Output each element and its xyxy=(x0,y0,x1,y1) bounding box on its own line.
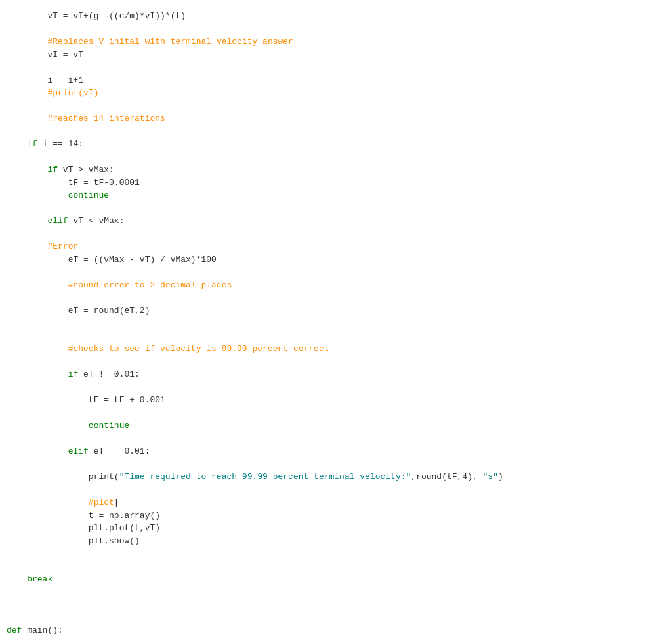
code-line: #reaches 14 interations xyxy=(0,112,672,125)
code-line xyxy=(0,125,672,138)
code-line xyxy=(0,586,672,599)
code-line xyxy=(0,612,672,625)
code-line xyxy=(0,547,672,560)
code-line: #plot|| xyxy=(0,496,672,509)
code-line: tF = tF + 0.001 xyxy=(0,394,672,407)
code-line xyxy=(0,61,672,74)
code-line xyxy=(0,100,672,113)
code-line: break xyxy=(0,573,672,586)
code-line: plt.show() xyxy=(0,535,672,548)
code-line xyxy=(0,599,672,612)
code-line: if vT > vMax: xyxy=(0,163,672,177)
code-line: t = np.array() xyxy=(0,509,672,522)
code-line: eT = ((vMax - vT) / vMax)*100 xyxy=(0,253,672,266)
code-line: elif eT == 0.01: xyxy=(0,445,672,458)
code-line: elif vT < vMax: xyxy=(0,215,672,228)
code-line: plt.plot(t,vT) xyxy=(0,522,672,535)
code-line: #Replaces V inital with terminal velocit… xyxy=(0,35,672,49)
code-line: print("Time required to reach 99.99 perc… xyxy=(0,471,672,484)
code-line: #print(vT) xyxy=(0,87,672,100)
code-line: vI = vT xyxy=(0,49,672,62)
code-line xyxy=(0,330,672,343)
code-line: continue xyxy=(0,189,672,202)
code-line xyxy=(0,433,672,446)
code-line: if i == 14: xyxy=(0,138,672,151)
code-line: #round error to 2 decimal places xyxy=(0,279,672,292)
code-line: tF = tF-0.0001 xyxy=(0,177,672,190)
code-line xyxy=(0,356,672,369)
code-line xyxy=(0,202,672,215)
code-line xyxy=(0,458,672,471)
code-line xyxy=(0,407,672,420)
code-line xyxy=(0,228,672,241)
code-line: i = i+1 xyxy=(0,74,672,87)
code-line: def main(): xyxy=(0,624,672,634)
code-line: continue xyxy=(0,419,672,433)
code-line xyxy=(0,151,672,164)
code-line: vT = vI+(g -((c/m)*vI))*(t) xyxy=(0,10,672,23)
code-line xyxy=(0,291,672,305)
code-line xyxy=(0,266,672,279)
code-line: eT = round(eT,2) xyxy=(0,305,672,318)
code-line: #checks to see if velocity is 99.99 perc… xyxy=(0,343,672,356)
code-line: if eT != 0.01: xyxy=(0,368,672,381)
code-line: #Error xyxy=(0,240,672,253)
code-line xyxy=(0,560,672,574)
code-line xyxy=(0,484,672,497)
code-editor: vT = vI+(g -((c/m)*vI))*(t) #Replaces V … xyxy=(0,7,672,634)
code-line xyxy=(0,23,672,36)
code-line xyxy=(0,381,672,394)
code-line xyxy=(0,317,672,330)
